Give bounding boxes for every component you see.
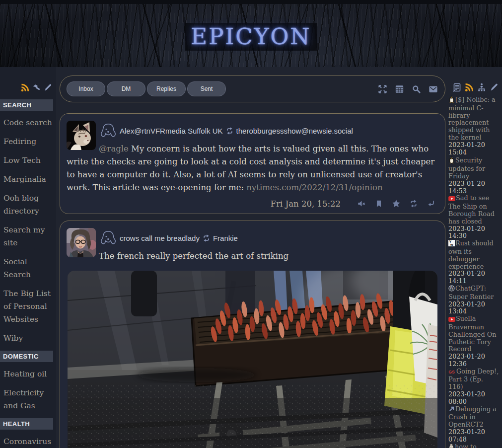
newswire-doc-icon[interactable] [452, 82, 462, 92]
post-link[interactable]: nytimes.com/2022/12/31/opinion [246, 183, 382, 192]
post-author-row: Alex@rtnVFRmedia Suffolk UKtherobburgess… [67, 121, 438, 142]
newswire-item-date: 2023-01-20 14:53 [448, 180, 499, 195]
rss-icon[interactable] [20, 83, 30, 92]
hammer-icon[interactable] [32, 83, 41, 92]
share-tree-icon[interactable] [477, 82, 487, 92]
newswire-item-date: 2023-01-20 14:11 [448, 270, 499, 285]
newswire-item: GSGoing Deep!, Part 3 (Ep. 116)2023-01-2… [448, 368, 499, 406]
pen-icon[interactable] [43, 83, 53, 92]
boost-icon [225, 127, 234, 135]
table-icon[interactable] [394, 84, 405, 94]
avatar[interactable] [67, 121, 96, 150]
bookmark-icon[interactable] [374, 199, 383, 208]
post-author[interactable]: Alex@rtnVFRmedia Suffolk UK [120, 127, 223, 135]
sidebar-link[interactable]: Electricity and Gas [3, 386, 54, 412]
newswire-item-date: 2023-01-20 08:00 [448, 391, 499, 406]
timeline-tabbar: InboxDMRepliesSent [60, 75, 445, 102]
newswire-item-date: 2023-01-20 15:04 [448, 142, 499, 156]
post-author-row: crows call me breadladyFrankie [67, 228, 438, 249]
tab-sent[interactable]: Sent [187, 81, 226, 96]
expand-icon[interactable] [377, 84, 388, 94]
newswire-icons [448, 75, 500, 95]
newswire-item-date: 2023-01-20 12:36 [448, 353, 499, 368]
wordpress-icon: W [448, 285, 455, 294]
timeline-column: InboxDMRepliesSent [60, 75, 445, 448]
mention-link[interactable]: @ragle [99, 144, 129, 153]
sidebar-link[interactable]: Ooh blog directory [3, 192, 54, 218]
site-banner[interactable]: EPICYON [0, 4, 502, 67]
post-body: @ragle My concern is about how the arts … [67, 143, 438, 194]
newswire-item-title[interactable]: ChatGPT: Super Rentier [448, 285, 494, 300]
svg-text:w: w [450, 243, 453, 246]
newswire-item: Suella Braverman Challenged On Pathetic … [448, 315, 499, 368]
tab-replies[interactable]: Replies [147, 81, 186, 96]
sidebar-heading-domestic: DOMESTIC [0, 351, 53, 362]
newswire-item: WChatGPT: Super Rentier2023-01-20 13:04 [448, 285, 499, 315]
newswire-item: [$] Nolibc: a minimal C-library replacem… [448, 95, 499, 156]
newswire-item-title[interactable]: Rust should own its debugger experience [448, 239, 494, 270]
person-dog-icon [99, 121, 118, 140]
sidebar-heading-search: SEARCH [0, 99, 53, 111]
newswire-item: YwRust should own its debugger experienc… [448, 240, 499, 285]
youtube-icon [448, 316, 455, 324]
avatar[interactable] [67, 228, 96, 257]
newswire-item: how to completely own an airline in 3 [448, 444, 499, 448]
newswire-item: Security updates for Friday2023-01-20 14… [448, 156, 499, 195]
sidebar-link[interactable]: Search my site [3, 224, 54, 249]
post-timestamp[interactable]: Fri Jan 20, 15:22 [271, 199, 341, 209]
site-title: EPICYON [185, 23, 317, 51]
repeat-icon[interactable] [409, 199, 418, 208]
newswire-item-title[interactable]: Suella Braverman Challenged On Pathetic … [448, 315, 496, 353]
newswire-item-title[interactable]: Debugging a Crash in OpenRCT2 [448, 405, 497, 429]
svg-text:W: W [449, 286, 454, 291]
star-icon[interactable] [392, 199, 401, 208]
envelope-icon[interactable] [428, 84, 438, 94]
top-strip [0, 0, 502, 4]
sidebar-link[interactable]: Coronavirus statistics [3, 435, 54, 448]
yw-icon: Yw [448, 240, 455, 248]
newswire-item-title[interactable]: how to completely own an airline in 3 [448, 443, 499, 448]
links-sidebar: SEARCHCode searchFediringLow TechMargina… [0, 67, 56, 448]
links-sidebar-icons [0, 67, 56, 96]
person-dog-icon [99, 228, 118, 247]
rss-icon[interactable] [464, 82, 474, 92]
post-recipient[interactable]: Frankie [213, 234, 238, 242]
pen-icon[interactable] [489, 82, 499, 92]
reply-icon[interactable] [427, 199, 435, 208]
sidebar-link[interactable]: Low Tech [3, 154, 54, 167]
newswire-column: [$] Nolibc: a minimal C-library replacem… [448, 75, 500, 448]
sidebar-link[interactable]: Fediring [3, 135, 54, 148]
sidebar-link[interactable]: Heating oil [3, 368, 54, 380]
search-icon[interactable] [411, 84, 422, 94]
newswire-item: Sad to see The Ship on Borough Road has … [448, 195, 499, 240]
tab-dm[interactable]: DM [107, 81, 145, 96]
newswire-item-date: 2023-01-20 07:48 [448, 429, 499, 444]
tabbar-icons [377, 84, 438, 94]
sidebar-link[interactable]: Code search [3, 116, 54, 129]
sidebar-link[interactable]: Marginalia [3, 173, 54, 186]
newswire-item-title[interactable]: Going Deep!, Part 3 (Ep. 116) [448, 368, 499, 391]
sidebar-link[interactable]: The Big List of Personal Websites [3, 287, 54, 326]
sidebar-link[interactable]: Wiby [3, 332, 54, 345]
tab-inbox[interactable]: Inbox [67, 81, 105, 96]
mute-icon[interactable] [357, 199, 366, 208]
newswire-item-title[interactable]: [$] Nolibc: a minimal C-library replacem… [448, 96, 496, 141]
sidebar-link[interactable]: Social Search [3, 255, 54, 281]
sidebar-heading-health: HEALTH [0, 418, 53, 430]
penguin-icon [448, 156, 455, 165]
post-card: Alex@rtnVFRmedia Suffolk UKtherobburgess… [60, 113, 445, 214]
youtube-icon [448, 196, 455, 203]
post-author[interactable]: crows call me breadlady [120, 234, 200, 242]
newswire-item: Debugging a Crash in OpenRCT22023-01-20 … [448, 406, 499, 444]
penguin-icon [448, 95, 455, 105]
newswire-item-date: 2023-01-20 13:04 [448, 301, 499, 316]
boost-icon [202, 234, 211, 242]
post-card: crows call me breadladyFrankie The frenc… [60, 221, 445, 448]
bird-icon [448, 444, 454, 448]
post-photo[interactable] [68, 271, 437, 448]
post-recipient[interactable]: therobburgessshow@newsie.social [236, 127, 353, 135]
newswire-item-date: 2023-01-20 14:30 [448, 225, 499, 240]
arrow-icon [448, 406, 455, 414]
svg-text:GS: GS [448, 370, 455, 374]
gs-icon: GS [448, 369, 456, 376]
